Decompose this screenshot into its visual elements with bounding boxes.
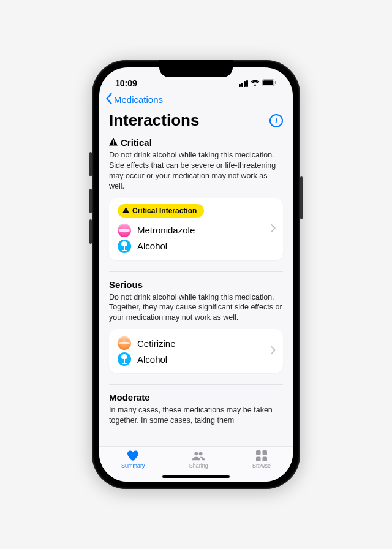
page-header: Interactions i xyxy=(99,107,293,136)
med-name: Alcohol xyxy=(137,241,167,251)
wine-blue-icon xyxy=(118,352,131,366)
back-label: Medications xyxy=(114,94,163,105)
section-moderate-desc: In many cases, these medications may be … xyxy=(109,403,283,432)
tab-label: Browse xyxy=(252,463,271,469)
tab-label: Summary xyxy=(121,463,145,469)
wine-blue-icon xyxy=(118,240,131,253)
chevron-left-icon xyxy=(105,93,113,106)
pill-orange-icon xyxy=(118,336,131,350)
phone-notch xyxy=(159,60,233,77)
warning-icon xyxy=(109,138,118,148)
people-icon xyxy=(192,450,205,461)
section-divider xyxy=(109,271,283,272)
svg-rect-1 xyxy=(263,80,273,85)
section-critical: Critical Do not drink alcohol while taki… xyxy=(109,136,283,260)
section-moderate-title: Moderate xyxy=(109,392,150,403)
section-critical-title: Critical xyxy=(121,137,152,148)
med-name: Alcohol xyxy=(137,354,167,365)
section-critical-desc: Do not drink alcohol while taking this m… xyxy=(109,148,283,198)
tab-summary[interactable]: Summary xyxy=(121,450,145,469)
section-serious-heading: Serious xyxy=(109,279,283,290)
interaction-card-serious[interactable]: Cetirizine Alcohol xyxy=(109,329,283,373)
section-critical-heading: Critical xyxy=(109,137,283,148)
critical-badge-label: Critical Interaction xyxy=(132,206,197,215)
svg-rect-2 xyxy=(275,81,276,84)
section-serious-desc: Do not drink alcohol while taking this m… xyxy=(109,290,283,330)
med-name: Cetirizine xyxy=(137,338,176,349)
page-title: Interactions xyxy=(109,111,199,130)
card-row: Alcohol xyxy=(118,351,274,367)
svg-point-8 xyxy=(199,452,203,455)
heart-icon xyxy=(126,450,140,461)
section-divider xyxy=(109,384,283,385)
back-button[interactable]: Medications xyxy=(99,89,293,107)
med-name: Metronidazole xyxy=(137,225,195,235)
info-button[interactable]: i xyxy=(270,114,283,127)
svg-rect-11 xyxy=(256,457,261,462)
svg-point-7 xyxy=(195,452,198,455)
tab-browse[interactable]: Browse xyxy=(252,450,271,469)
svg-rect-12 xyxy=(262,457,267,462)
svg-rect-9 xyxy=(256,450,261,455)
chevron-right-icon xyxy=(271,224,276,235)
card-row: Metronidazole xyxy=(118,222,274,238)
svg-rect-5 xyxy=(126,209,126,211)
cellular-icon xyxy=(239,80,248,87)
svg-rect-3 xyxy=(113,140,114,143)
home-indicator[interactable] xyxy=(162,475,230,478)
svg-rect-6 xyxy=(126,211,126,212)
phone-screen: 10:09 Medications Interactions i xyxy=(99,67,293,482)
section-serious: Serious Do not drink alcohol while takin… xyxy=(109,278,283,374)
grid-icon xyxy=(255,450,268,461)
critical-badge: Critical Interaction xyxy=(118,204,204,218)
wifi-icon xyxy=(251,78,260,88)
content-scroll[interactable]: Critical Do not drink alcohol while taki… xyxy=(99,136,293,446)
tab-sharing[interactable]: Sharing xyxy=(189,450,208,469)
pill-pink-icon xyxy=(118,224,131,237)
section-moderate: Moderate In many cases, these medication… xyxy=(109,391,283,432)
tab-bar: Summary Sharing Browse xyxy=(99,446,293,482)
svg-rect-10 xyxy=(262,450,267,455)
interaction-card-critical[interactable]: Critical Interaction Metronidazole Alcoh… xyxy=(109,198,283,260)
battery-icon xyxy=(262,78,277,88)
section-moderate-heading: Moderate xyxy=(109,392,283,403)
card-row: Alcohol xyxy=(118,238,274,254)
card-row: Cetirizine xyxy=(118,335,274,351)
chevron-right-icon xyxy=(271,346,276,357)
phone-frame: 10:09 Medications Interactions i xyxy=(92,60,300,489)
section-serious-title: Serious xyxy=(109,279,143,290)
status-time: 10:09 xyxy=(115,78,137,88)
tab-label: Sharing xyxy=(189,463,208,469)
svg-rect-4 xyxy=(113,143,114,145)
status-right xyxy=(239,78,277,88)
warning-icon xyxy=(123,207,129,214)
